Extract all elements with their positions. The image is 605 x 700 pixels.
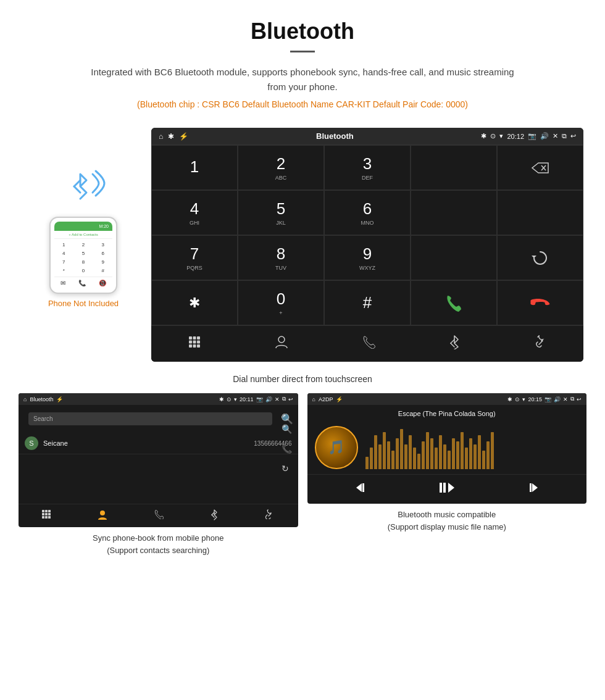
- backspace-icon: [531, 162, 549, 174]
- home-icon: ⌂: [159, 132, 163, 141]
- contacts-grid-icon[interactable]: [41, 509, 51, 522]
- contacts-phone-svg: [154, 509, 164, 519]
- contacts-search-bar[interactable]: Search: [28, 412, 272, 425]
- search-icon[interactable]: 🔍: [281, 413, 293, 425]
- contacts-time: 20:11: [240, 396, 254, 402]
- contacts-side-phone-icon[interactable]: 📞: [282, 444, 292, 454]
- dial-key-5[interactable]: 5 JKL: [238, 190, 324, 235]
- dialpad-grid: 1 2 ABC 3 DEF 4 GHI: [151, 144, 583, 325]
- next-track-icon[interactable]: [525, 481, 539, 498]
- contacts-bt-bottom-icon[interactable]: [210, 509, 219, 522]
- phone-action-bar: ✉ 📞 📵: [54, 277, 112, 289]
- svg-line-16: [451, 343, 454, 347]
- music-status-bar: ⌂ A2DP ⚡ ✱ ⊙ ▾ 20:15 📷 🔊 ✕ ⧉ ↩: [307, 393, 587, 405]
- dial-bottom-bar: [151, 325, 583, 362]
- dial-endcall-button[interactable]: [497, 280, 583, 325]
- music-win-icon: ⧉: [570, 396, 574, 402]
- status-bar-left: ⌂ ✱ ⚡: [159, 132, 188, 141]
- svg-line-1: [74, 186, 80, 193]
- bt-bottom-icon: [449, 335, 460, 349]
- call-green-icon: [444, 293, 464, 313]
- dial-key-7[interactable]: 7 PQRS: [151, 235, 238, 280]
- person-icon: [275, 335, 288, 349]
- dial-key-star[interactable]: ✱: [151, 280, 238, 325]
- contacts-person-active-icon[interactable]: [98, 509, 107, 522]
- music-screen: ⌂ A2DP ⚡ ✱ ⊙ ▾ 20:15 📷 🔊 ✕ ⧉ ↩: [307, 393, 587, 504]
- phone-body: M:20 + Add to Contacts 1 2 3 4 5 6 7 8 9…: [49, 217, 117, 294]
- call-red-icon: [530, 293, 550, 313]
- dial-key-4[interactable]: 4 GHI: [151, 190, 238, 235]
- phone-key-1: 1: [54, 241, 73, 249]
- dial-key-3[interactable]: 3 DEF: [324, 145, 411, 190]
- svg-rect-8: [189, 341, 192, 344]
- description: Integrated with BC6 Bluetooth module, su…: [86, 65, 519, 94]
- link-icon: [533, 335, 547, 349]
- phone-key-6: 6: [93, 249, 112, 257]
- music-vol-icon: 🔊: [554, 396, 561, 402]
- dial-key-9[interactable]: 9 WXYZ: [324, 235, 411, 280]
- music-note-icon: 🎵: [328, 440, 344, 456]
- dial-empty-row2-col5: [497, 190, 583, 235]
- dial-key-6[interactable]: 6 MNO: [324, 190, 411, 235]
- dial-refresh[interactable]: [497, 235, 583, 280]
- dialpad-grid-icon[interactable]: [188, 335, 201, 352]
- status-bar-right: ✱ ⊙ ▾ 20:12 📷 🔊 ✕ ⧉ ↩: [481, 132, 576, 140]
- svg-rect-22: [48, 513, 51, 515]
- phone-key-4: 4: [54, 249, 73, 257]
- dial-empty-row3-col4: [411, 235, 497, 280]
- camera-icon: 📷: [528, 132, 536, 140]
- dial-key-8[interactable]: 8 TUV: [238, 235, 324, 280]
- contacts-search-row: Search 🔍: [23, 409, 293, 429]
- contacts-usb-icon: ⚡: [56, 396, 63, 402]
- phone-msg-icon: ✉: [60, 280, 65, 286]
- dial-key-2[interactable]: 2 ABC: [238, 145, 324, 190]
- svg-rect-11: [189, 344, 192, 348]
- contacts-icon[interactable]: [275, 335, 288, 353]
- prev-track-icon[interactable]: [355, 481, 369, 498]
- phone-endcall-icon: 📵: [99, 280, 106, 286]
- music-card: ⌂ A2DP ⚡ ✱ ⊙ ▾ 20:15 📷 🔊 ✕ ⧉ ↩: [307, 393, 587, 559]
- play-pause-icon[interactable]: [439, 481, 455, 498]
- status-bar-title: Bluetooth: [316, 131, 354, 141]
- phone-key-9: 9: [93, 258, 112, 266]
- dial-empty-row2-col4: [411, 190, 497, 235]
- contacts-win-icon: ⧉: [282, 396, 286, 402]
- contacts-side-search-icon[interactable]: 🔍: [282, 424, 292, 434]
- dial-key-hash[interactable]: #: [324, 280, 411, 325]
- phone-status: M:20: [99, 224, 109, 228]
- specs: (Bluetooth chip : CSR BC6 Default Blueto…: [12, 99, 593, 109]
- contacts-phone-bottom-icon[interactable]: [154, 509, 164, 522]
- svg-rect-5: [189, 336, 192, 340]
- svg-rect-24: [45, 516, 48, 519]
- album-art: 🎵: [315, 426, 358, 469]
- svg-rect-6: [193, 336, 196, 340]
- time-display: 20:12: [507, 133, 524, 140]
- dial-call-button[interactable]: [411, 280, 497, 325]
- phone-key-star: *: [54, 267, 73, 275]
- dial-caption: Dial number direct from touchscreen: [0, 368, 605, 393]
- phone-add-contact: + Add to Contacts: [54, 231, 112, 239]
- bluetooth-icon-bottom[interactable]: [449, 335, 460, 353]
- dial-key-1[interactable]: 1: [151, 145, 238, 190]
- phone-key-0: 0: [74, 267, 93, 275]
- dial-backspace[interactable]: [497, 145, 583, 190]
- contacts-x-icon: ✕: [275, 396, 280, 402]
- phone-key-8: 8: [74, 258, 93, 266]
- music-controls: [307, 474, 587, 504]
- music-x-icon: ✕: [563, 396, 568, 402]
- phone-icon-bottom[interactable]: [362, 335, 375, 352]
- bt-icon: ✱: [481, 132, 486, 140]
- music-status-left: ⌂ A2DP ⚡: [312, 396, 343, 402]
- svg-rect-25: [48, 516, 51, 519]
- contacts-status-right: ✱ ⊙ ▾ 20:11 📷 🔊 ✕ ⧉ ↩: [219, 396, 293, 402]
- link-icon-bottom[interactable]: [533, 335, 547, 352]
- svg-rect-13: [197, 344, 200, 348]
- dial-key-0[interactable]: 0 +: [238, 280, 324, 325]
- contacts-side-refresh-icon[interactable]: ↻: [282, 464, 292, 473]
- contacts-link-bottom-icon[interactable]: [265, 509, 275, 522]
- bottom-screenshots: ⌂ Bluetooth ⚡ ✱ ⊙ ▾ 20:11 📷 🔊 ✕ ⧉ ↩: [0, 393, 605, 559]
- skip-prev-svg: [355, 481, 369, 494]
- contacts-screenshot: ⌂ Bluetooth ⚡ ✱ ⊙ ▾ 20:11 📷 🔊 ✕ ⧉ ↩: [19, 393, 298, 527]
- svg-marker-35: [532, 483, 538, 492]
- bt-status-icon: ✱: [168, 132, 174, 141]
